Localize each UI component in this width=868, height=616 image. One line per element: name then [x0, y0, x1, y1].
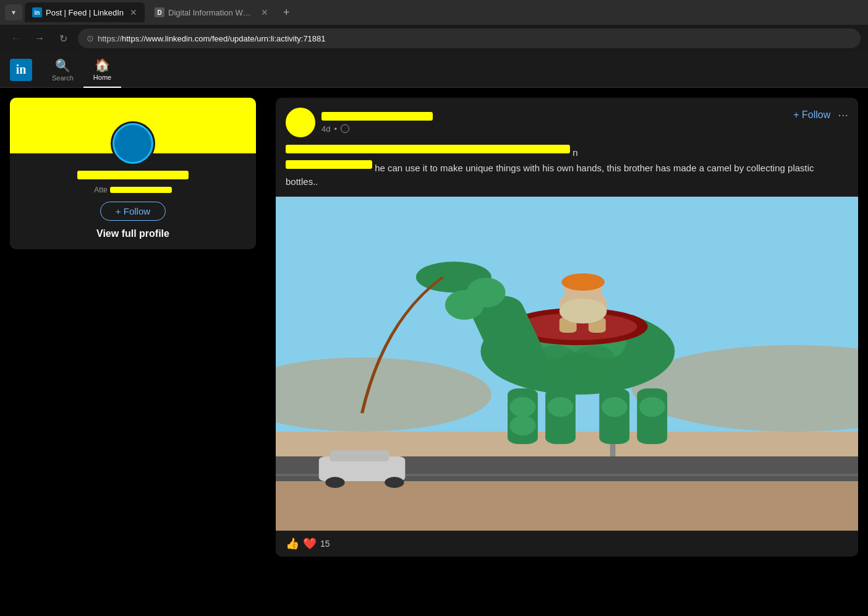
profile-att-prefix: Atte	[94, 186, 107, 194]
post-text-redacted-2	[286, 160, 372, 169]
svg-rect-6	[276, 481, 858, 531]
profile-cover	[10, 98, 256, 153]
main-feed: 4d • + Follow ··· n	[266, 88, 868, 616]
profile-att-bar	[110, 187, 172, 193]
diw-favicon: D	[155, 7, 164, 17]
love-icon: ❤️	[303, 537, 317, 550]
profile-body: Atte + Follow View full profile	[10, 153, 256, 249]
home-nav-item[interactable]: 🏠 Home	[83, 52, 121, 88]
svg-rect-10	[330, 450, 389, 461]
url-bar[interactable]: ⊙ https://https://www.linkedin.com/feed/…	[78, 28, 861, 48]
address-bar: ← → ↻ ⊙ https://https://www.linkedin.com…	[0, 25, 868, 52]
tab-diw[interactable]: D Digital Information World ✕	[147, 2, 276, 22]
svg-point-11	[325, 477, 344, 488]
search-icon: 🔍	[55, 58, 70, 73]
svg-point-30	[510, 416, 536, 435]
post-image	[276, 197, 858, 531]
post-follow-button[interactable]: + Follow	[793, 109, 830, 121]
author-name-bar	[321, 112, 433, 121]
post-author: 4d •	[286, 108, 433, 137]
tab-linkedin-close[interactable]: ✕	[130, 7, 137, 17]
tab-diw-close[interactable]: ✕	[261, 7, 268, 17]
post-text-redacted-line: n	[286, 145, 848, 160]
tab-linkedin-label: Post | Feed | LinkedIn	[46, 8, 124, 17]
post-more-button[interactable]: ···	[838, 108, 848, 122]
view-profile-link[interactable]: View full profile	[20, 228, 246, 239]
post-header: 4d • + Follow ···	[276, 98, 858, 142]
profile-card: Atte + Follow View full profile	[10, 98, 256, 249]
left-sidebar: Atte + Follow View full profile	[0, 88, 266, 616]
browser-chrome: ▾ in Post | Feed | LinkedIn ✕ D Digital …	[0, 0, 868, 52]
post-text-redacted	[286, 145, 570, 153]
site-settings-icon: ⊙	[87, 33, 94, 43]
post-time: 4d	[321, 124, 330, 134]
meta-dot: •	[334, 124, 337, 134]
forward-button[interactable]: →	[31, 30, 48, 47]
post-header-actions: + Follow ···	[793, 108, 848, 122]
back-button[interactable]: ←	[7, 30, 25, 47]
globe-icon	[341, 124, 349, 133]
svg-point-36	[561, 273, 605, 291]
svg-point-24	[445, 290, 484, 320]
linkedin-favicon: in	[32, 7, 42, 17]
page-content: Atte + Follow View full profile 4d	[0, 88, 868, 616]
url-text: https://https://www.linkedin.com/feed/up…	[98, 34, 326, 43]
tab-dropdown-button[interactable]: ▾	[5, 4, 22, 20]
home-icon: 🏠	[95, 58, 110, 72]
profile-name-bar	[77, 171, 189, 179]
profile-avatar	[111, 121, 155, 166]
like-icon: 👍	[286, 537, 299, 550]
svg-point-32	[602, 397, 628, 417]
home-label: Home	[93, 74, 111, 81]
new-tab-button[interactable]: +	[278, 6, 295, 19]
tab-linkedin[interactable]: in Post | Feed | LinkedIn ✕	[25, 2, 145, 22]
post-reactions: 👍 ❤️ 15	[276, 531, 858, 557]
tab-bar: ▾ in Post | Feed | LinkedIn ✕ D Digital …	[0, 0, 868, 25]
post-meta: 4d •	[321, 124, 433, 134]
search-nav-item[interactable]: 🔍 Search	[42, 52, 83, 88]
author-info: 4d •	[321, 112, 433, 134]
tab-diw-label: Digital Information World	[168, 8, 255, 17]
profile-follow-button[interactable]: + Follow	[100, 202, 166, 221]
search-label: Search	[52, 74, 74, 82]
profile-att-line: Atte	[20, 186, 246, 194]
linkedin-logo: in	[10, 59, 32, 81]
profile-avatar-inner	[114, 125, 151, 162]
post-text-second-line: he can use it to make unique things with…	[286, 160, 848, 189]
reaction-count: 15	[320, 539, 330, 549]
camel-scene	[276, 197, 858, 531]
svg-point-18	[572, 345, 616, 376]
scene-svg	[276, 197, 858, 531]
author-avatar	[286, 108, 315, 137]
svg-point-12	[385, 477, 404, 488]
svg-point-33	[639, 397, 665, 417]
post-text: n he can use it to make unique things wi…	[276, 142, 858, 197]
post-card: 4d • + Follow ··· n	[276, 98, 858, 557]
reload-button[interactable]: ↻	[54, 30, 72, 47]
post-text-visible-end: n	[572, 147, 577, 158]
svg-point-31	[548, 397, 574, 417]
svg-point-29	[510, 397, 536, 417]
svg-point-39	[560, 299, 607, 323]
linkedin-header: in 🔍 Search 🏠 Home	[0, 52, 868, 88]
